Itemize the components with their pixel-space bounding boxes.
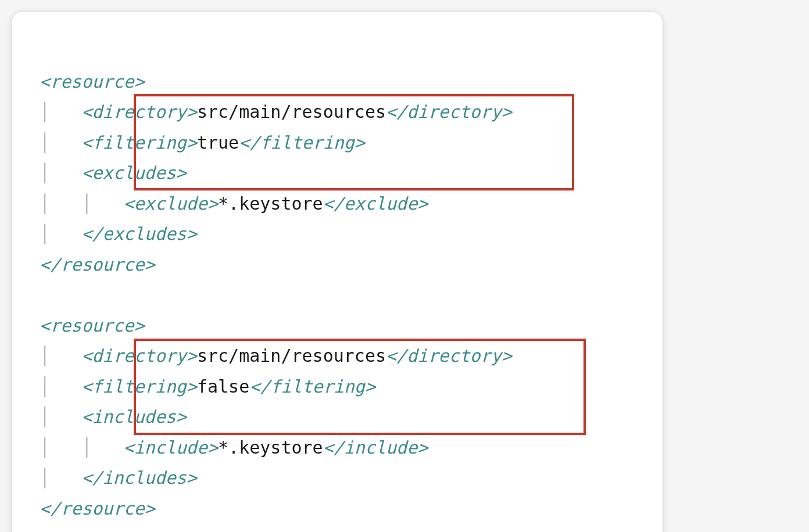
tag-directory-close: </directory> — [386, 102, 512, 122]
text-exclude-value: *.keystore — [218, 193, 323, 214]
indent-guide: │ — [40, 376, 81, 397]
xml-code-block: <resource> │ <directory>src/main/resourc… — [40, 36, 635, 524]
tag-directory-close: </directory> — [386, 346, 512, 366]
code-snippet-card: <resource> │ <directory>src/main/resourc… — [12, 12, 663, 532]
indent-guide: │ │ — [40, 193, 124, 214]
indent-guide: │ — [40, 468, 81, 488]
tag-exclude-open: <exclude> — [124, 193, 219, 214]
tag-resource-close: </resource> — [40, 254, 155, 275]
tag-include-close: </include> — [323, 437, 428, 458]
tag-include-open: <include> — [124, 437, 219, 458]
text-directory-value: src/main/resources — [197, 102, 386, 122]
tag-excludes-close: </excludes> — [81, 224, 197, 244]
tag-resource-close: </resource> — [40, 498, 155, 519]
tag-filtering-open: <filtering> — [81, 376, 197, 397]
indent-guide: │ — [40, 132, 81, 153]
tag-excludes-open: <excludes> — [81, 163, 187, 183]
indent-guide: │ │ — [40, 437, 124, 458]
text-filtering-value: false — [197, 376, 249, 397]
text-include-value: *.keystore — [218, 437, 323, 458]
tag-resource-open: <resource> — [40, 71, 145, 92]
tag-directory-open: <directory> — [81, 346, 197, 366]
indent-guide: │ — [40, 224, 81, 244]
indent-guide: │ — [40, 102, 81, 122]
tag-filtering-close: </filtering> — [249, 376, 375, 397]
tag-resource-open: <resource> — [40, 315, 145, 336]
tag-exclude-close: </exclude> — [323, 193, 428, 214]
tag-filtering-open: <filtering> — [81, 132, 197, 153]
indent-guide: │ — [40, 346, 81, 366]
text-directory-value: src/main/resources — [197, 346, 386, 366]
tag-includes-close: </includes> — [81, 468, 197, 488]
tag-directory-open: <directory> — [81, 102, 197, 122]
indent-guide: │ — [40, 407, 81, 427]
tag-includes-open: <includes> — [81, 407, 187, 427]
tag-filtering-close: </filtering> — [239, 132, 365, 153]
text-filtering-value: true — [197, 132, 239, 153]
indent-guide: │ — [40, 163, 81, 183]
